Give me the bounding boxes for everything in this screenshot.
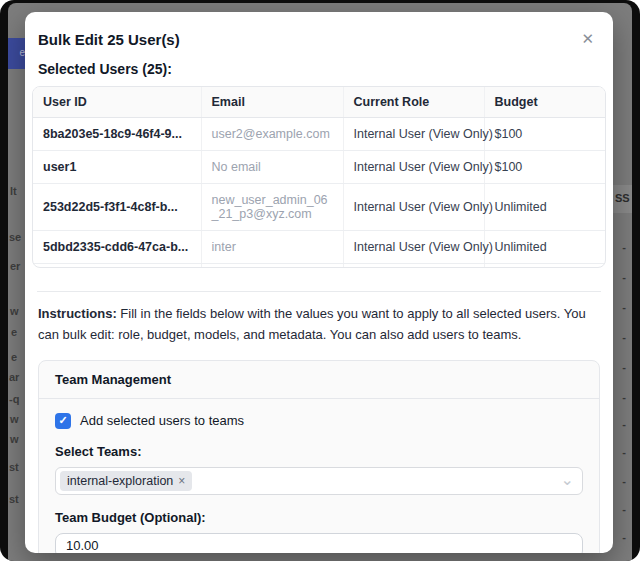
select-teams-input[interactable]: internal-exploration × ⌄ bbox=[55, 467, 583, 495]
table-row: 5dbd2335-cdd6-47ca-b... inter Internal U… bbox=[33, 231, 606, 264]
background-text-fragment: w bbox=[10, 433, 19, 445]
background-text-fragment: se bbox=[9, 231, 21, 243]
team-tag-label: internal-exploration bbox=[67, 474, 173, 488]
instructions-text: Instructions: Fill in the fields below w… bbox=[38, 304, 600, 346]
bulk-edit-modal: Bulk Edit 25 User(s) ✕ Selected Users (2… bbox=[25, 12, 613, 553]
modal-title: Bulk Edit 25 User(s) bbox=[38, 25, 180, 48]
role-cell: Internal User (View Only) bbox=[343, 118, 484, 151]
email-cell: internal-user-ui-qa-06-28- bbox=[201, 264, 343, 269]
background-table-cell: - bbox=[622, 531, 626, 543]
chevron-down-icon[interactable]: ⌄ bbox=[561, 470, 574, 489]
team-budget-label: Team Budget (Optional): bbox=[55, 510, 583, 525]
col-header-email: Email bbox=[201, 87, 343, 118]
background-table-cell: - bbox=[622, 331, 626, 343]
background-text-fragment: e bbox=[11, 351, 17, 363]
checkbox-checked[interactable]: ✓ bbox=[55, 413, 71, 429]
budget-cell: $100 bbox=[484, 151, 606, 184]
role-cell bbox=[343, 264, 484, 269]
background-table-cell: - bbox=[622, 475, 626, 487]
budget-cell: $100 bbox=[484, 118, 606, 151]
email-cell: new_user_admin_06_21_p3@xyz.com bbox=[201, 184, 343, 231]
check-icon: ✓ bbox=[58, 415, 67, 426]
background-text-fragment: -q bbox=[9, 393, 19, 405]
budget-cell bbox=[484, 264, 606, 269]
user-id-cell: 253d22d5-f3f1-4c8f-b... bbox=[33, 184, 201, 231]
background-table-cell: - bbox=[622, 418, 626, 430]
selected-users-table[interactable]: User ID Email Current Role Budget 8ba203… bbox=[32, 86, 606, 268]
background-table-cell: - bbox=[622, 361, 626, 373]
background-text-fragment: st bbox=[9, 461, 19, 473]
remove-tag-icon[interactable]: × bbox=[178, 474, 185, 488]
user-id-cell: 8ba203e5-18c9-46f4-9... bbox=[33, 118, 201, 151]
role-cell: Internal User (View Only) bbox=[343, 184, 484, 231]
background-text-fragment: ar bbox=[9, 371, 19, 383]
background-table-cell: - bbox=[622, 301, 626, 313]
table-header-row: User ID Email Current Role Budget bbox=[33, 87, 606, 118]
table-row: 253d22d5-f3f1-4c8f-b... new_user_admin_0… bbox=[33, 184, 606, 231]
add-users-to-teams-checkbox-row[interactable]: ✓ Add selected users to teams bbox=[55, 413, 583, 429]
background-text-fragment: st bbox=[9, 493, 19, 505]
background-table-cell: - bbox=[622, 391, 626, 403]
close-icon[interactable]: ✕ bbox=[575, 29, 600, 48]
background-table-cell: - bbox=[622, 446, 626, 458]
user-id-cell: user1 bbox=[33, 151, 201, 184]
col-header-current-role: Current Role bbox=[343, 87, 484, 118]
email-cell: user2@example.com bbox=[201, 118, 343, 151]
background-text-fragment: lt bbox=[10, 185, 17, 197]
background-text-fragment: e bbox=[11, 326, 17, 338]
email-cell: inter bbox=[201, 231, 343, 264]
background-text-fragment: w bbox=[10, 413, 19, 425]
col-header-budget: Budget bbox=[484, 87, 606, 118]
email-cell: No email bbox=[201, 151, 343, 184]
team-budget-input[interactable] bbox=[55, 533, 583, 553]
user-id-cell bbox=[33, 264, 201, 269]
role-cell: Internal User (View Only) bbox=[343, 151, 484, 184]
role-cell: Internal User (View Only) bbox=[343, 231, 484, 264]
window-frame: e lt se er w e e ar -q w w st st SS - - … bbox=[0, 0, 640, 561]
background-table-cell: - bbox=[622, 503, 626, 515]
table-row: internal-user-ui-qa-06-28- bbox=[33, 264, 606, 269]
team-management-title: Team Management bbox=[39, 361, 599, 399]
background-table-cell: - bbox=[622, 271, 626, 283]
team-management-card: Team Management ✓ Add selected users to … bbox=[38, 360, 600, 553]
background-table-cell: - bbox=[622, 241, 626, 253]
instructions-body: Fill in the fields below with the values… bbox=[38, 306, 586, 342]
instructions-label: Instructions: bbox=[38, 306, 117, 321]
budget-cell: Unlimited bbox=[484, 231, 606, 264]
select-teams-label: Select Teams: bbox=[55, 444, 583, 459]
table-row: 8ba203e5-18c9-46f4-9... user2@example.co… bbox=[33, 118, 606, 151]
user-id-cell: 5dbd2335-cdd6-47ca-b... bbox=[33, 231, 201, 264]
col-header-user-id: User ID bbox=[33, 87, 201, 118]
table-row: user1 No email Internal User (View Only)… bbox=[33, 151, 606, 184]
checkbox-label: Add selected users to teams bbox=[80, 413, 244, 428]
team-tag: internal-exploration × bbox=[60, 471, 192, 491]
selected-users-label: Selected Users (25): bbox=[38, 61, 600, 77]
background-text-fragment: er bbox=[10, 260, 20, 272]
section-divider bbox=[37, 291, 601, 292]
background-table-header: SS bbox=[610, 185, 632, 213]
budget-cell: Unlimited bbox=[484, 184, 606, 231]
background-text-fragment: w bbox=[10, 305, 19, 317]
